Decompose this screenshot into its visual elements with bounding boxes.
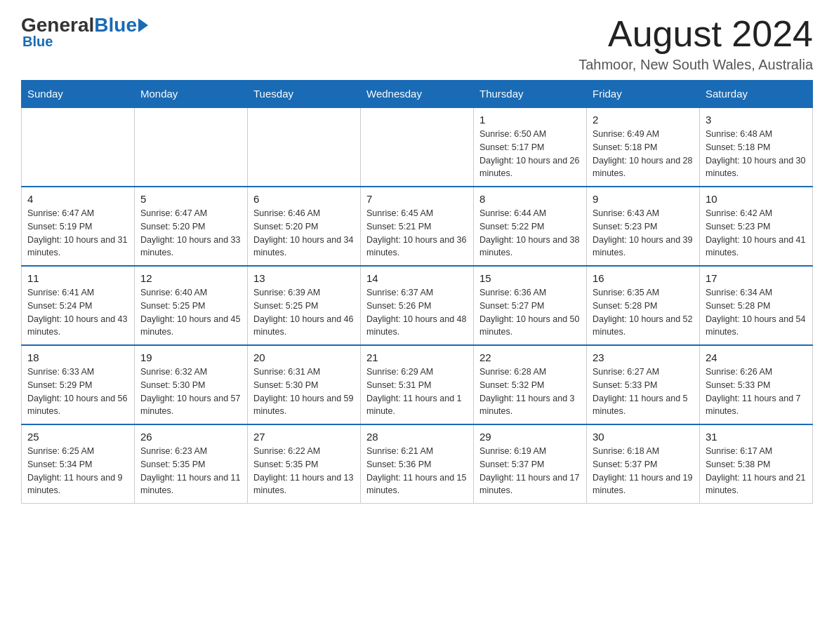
day-info: Sunrise: 6:27 AM Sunset: 5:33 PM Dayligh… <box>593 365 694 418</box>
day-info: Sunrise: 6:47 AM Sunset: 5:19 PM Dayligh… <box>27 207 128 260</box>
logo-subtext: Blue <box>22 34 53 50</box>
calendar-cell <box>248 107 361 187</box>
day-info: Sunrise: 6:32 AM Sunset: 5:30 PM Dayligh… <box>140 365 241 418</box>
day-number: 24 <box>706 351 807 363</box>
day-info: Sunrise: 6:22 AM Sunset: 5:35 PM Dayligh… <box>253 445 355 497</box>
header-thursday: Thursday <box>474 81 587 108</box>
calendar-cell: 8Sunrise: 6:44 AM Sunset: 5:22 PM Daylig… <box>474 187 587 266</box>
calendar-cell: 3Sunrise: 6:48 AM Sunset: 5:18 PM Daylig… <box>700 107 813 187</box>
day-info: Sunrise: 6:42 AM Sunset: 5:23 PM Dayligh… <box>706 207 807 260</box>
week-row-5: 25Sunrise: 6:25 AM Sunset: 5:34 PM Dayli… <box>22 424 813 504</box>
week-row-1: 1Sunrise: 6:50 AM Sunset: 5:17 PM Daylig… <box>22 107 813 187</box>
day-info: Sunrise: 6:39 AM Sunset: 5:25 PM Dayligh… <box>253 286 355 339</box>
calendar-cell <box>22 107 135 187</box>
day-info: Sunrise: 6:35 AM Sunset: 5:28 PM Dayligh… <box>593 286 694 339</box>
header-tuesday: Tuesday <box>248 81 361 108</box>
calendar-cell: 26Sunrise: 6:23 AM Sunset: 5:35 PM Dayli… <box>135 424 248 504</box>
day-info: Sunrise: 6:41 AM Sunset: 5:24 PM Dayligh… <box>27 286 128 339</box>
week-row-4: 18Sunrise: 6:33 AM Sunset: 5:29 PM Dayli… <box>22 345 813 424</box>
header-friday: Friday <box>587 81 700 108</box>
day-info: Sunrise: 6:21 AM Sunset: 5:36 PM Dayligh… <box>366 445 468 497</box>
day-info: Sunrise: 6:29 AM Sunset: 5:31 PM Dayligh… <box>366 365 468 418</box>
location-title: Tahmoor, New South Wales, Australia <box>578 57 813 73</box>
day-number: 10 <box>706 193 807 205</box>
day-info: Sunrise: 6:45 AM Sunset: 5:21 PM Dayligh… <box>366 207 468 260</box>
day-number: 12 <box>140 272 241 284</box>
calendar-cell: 17Sunrise: 6:34 AM Sunset: 5:28 PM Dayli… <box>700 266 813 345</box>
day-number: 17 <box>706 272 807 284</box>
calendar-cell: 13Sunrise: 6:39 AM Sunset: 5:25 PM Dayli… <box>248 266 361 345</box>
day-info: Sunrise: 6:33 AM Sunset: 5:29 PM Dayligh… <box>27 365 128 418</box>
calendar-cell <box>135 107 248 187</box>
day-number: 18 <box>27 351 128 363</box>
day-number: 23 <box>593 351 694 363</box>
calendar-cell: 23Sunrise: 6:27 AM Sunset: 5:33 PM Dayli… <box>587 345 700 424</box>
calendar-cell: 14Sunrise: 6:37 AM Sunset: 5:26 PM Dayli… <box>361 266 474 345</box>
day-number: 4 <box>27 193 128 205</box>
day-info: Sunrise: 6:46 AM Sunset: 5:20 PM Dayligh… <box>253 207 355 260</box>
day-number: 5 <box>140 193 241 205</box>
day-info: Sunrise: 6:48 AM Sunset: 5:18 PM Dayligh… <box>706 128 807 180</box>
day-number: 11 <box>27 272 128 284</box>
calendar-cell: 1Sunrise: 6:50 AM Sunset: 5:17 PM Daylig… <box>474 107 587 187</box>
day-number: 13 <box>253 272 355 284</box>
day-info: Sunrise: 6:17 AM Sunset: 5:38 PM Dayligh… <box>706 445 807 497</box>
week-row-2: 4Sunrise: 6:47 AM Sunset: 5:19 PM Daylig… <box>22 187 813 266</box>
title-area: August 2024 Tahmoor, New South Wales, Au… <box>578 14 813 73</box>
day-number: 8 <box>479 193 581 205</box>
calendar-cell: 18Sunrise: 6:33 AM Sunset: 5:29 PM Dayli… <box>22 345 135 424</box>
day-number: 15 <box>479 272 581 284</box>
day-number: 20 <box>253 351 355 363</box>
calendar-cell: 24Sunrise: 6:26 AM Sunset: 5:33 PM Dayli… <box>700 345 813 424</box>
week-row-3: 11Sunrise: 6:41 AM Sunset: 5:24 PM Dayli… <box>22 266 813 345</box>
day-number: 25 <box>27 431 128 443</box>
logo-blue-text: Blue <box>94 14 137 36</box>
day-info: Sunrise: 6:19 AM Sunset: 5:37 PM Dayligh… <box>479 445 581 497</box>
calendar-cell: 11Sunrise: 6:41 AM Sunset: 5:24 PM Dayli… <box>22 266 135 345</box>
day-info: Sunrise: 6:31 AM Sunset: 5:30 PM Dayligh… <box>253 365 355 418</box>
day-info: Sunrise: 6:50 AM Sunset: 5:17 PM Dayligh… <box>479 128 581 180</box>
calendar-cell: 31Sunrise: 6:17 AM Sunset: 5:38 PM Dayli… <box>700 424 813 504</box>
day-info: Sunrise: 6:49 AM Sunset: 5:18 PM Dayligh… <box>593 128 694 180</box>
calendar-cell: 28Sunrise: 6:21 AM Sunset: 5:36 PM Dayli… <box>361 424 474 504</box>
calendar-cell: 21Sunrise: 6:29 AM Sunset: 5:31 PM Dayli… <box>361 345 474 424</box>
day-info: Sunrise: 6:47 AM Sunset: 5:20 PM Dayligh… <box>140 207 241 260</box>
header-sunday: Sunday <box>22 81 135 108</box>
day-info: Sunrise: 6:44 AM Sunset: 5:22 PM Dayligh… <box>479 207 581 260</box>
calendar-cell: 30Sunrise: 6:18 AM Sunset: 5:37 PM Dayli… <box>587 424 700 504</box>
day-number: 19 <box>140 351 241 363</box>
day-number: 9 <box>593 193 694 205</box>
day-number: 21 <box>366 351 468 363</box>
calendar-cell: 4Sunrise: 6:47 AM Sunset: 5:19 PM Daylig… <box>22 187 135 266</box>
day-number: 22 <box>479 351 581 363</box>
calendar-cell: 27Sunrise: 6:22 AM Sunset: 5:35 PM Dayli… <box>248 424 361 504</box>
calendar-cell: 15Sunrise: 6:36 AM Sunset: 5:27 PM Dayli… <box>474 266 587 345</box>
calendar-table: Sunday Monday Tuesday Wednesday Thursday… <box>21 80 813 504</box>
day-info: Sunrise: 6:26 AM Sunset: 5:33 PM Dayligh… <box>706 365 807 418</box>
day-number: 30 <box>593 431 694 443</box>
day-number: 2 <box>593 114 694 126</box>
day-info: Sunrise: 6:18 AM Sunset: 5:37 PM Dayligh… <box>593 445 694 497</box>
calendar-cell: 6Sunrise: 6:46 AM Sunset: 5:20 PM Daylig… <box>248 187 361 266</box>
calendar-cell: 10Sunrise: 6:42 AM Sunset: 5:23 PM Dayli… <box>700 187 813 266</box>
day-info: Sunrise: 6:36 AM Sunset: 5:27 PM Dayligh… <box>479 286 581 339</box>
day-number: 3 <box>706 114 807 126</box>
calendar-cell <box>361 107 474 187</box>
calendar-cell: 20Sunrise: 6:31 AM Sunset: 5:30 PM Dayli… <box>248 345 361 424</box>
day-number: 26 <box>140 431 241 443</box>
logo-arrow-icon <box>138 18 148 32</box>
calendar-cell: 19Sunrise: 6:32 AM Sunset: 5:30 PM Dayli… <box>135 345 248 424</box>
days-header-row: Sunday Monday Tuesday Wednesday Thursday… <box>22 81 813 108</box>
header-monday: Monday <box>135 81 248 108</box>
day-info: Sunrise: 6:40 AM Sunset: 5:25 PM Dayligh… <box>140 286 241 339</box>
header-wednesday: Wednesday <box>361 81 474 108</box>
calendar-cell: 16Sunrise: 6:35 AM Sunset: 5:28 PM Dayli… <box>587 266 700 345</box>
calendar-cell: 7Sunrise: 6:45 AM Sunset: 5:21 PM Daylig… <box>361 187 474 266</box>
calendar-cell: 29Sunrise: 6:19 AM Sunset: 5:37 PM Dayli… <box>474 424 587 504</box>
day-number: 27 <box>253 431 355 443</box>
day-info: Sunrise: 6:25 AM Sunset: 5:34 PM Dayligh… <box>27 445 128 497</box>
day-number: 16 <box>593 272 694 284</box>
day-number: 31 <box>706 431 807 443</box>
page-header: GeneralBlue Blue August 2024 Tahmoor, Ne… <box>21 14 813 73</box>
calendar-cell: 5Sunrise: 6:47 AM Sunset: 5:20 PM Daylig… <box>135 187 248 266</box>
